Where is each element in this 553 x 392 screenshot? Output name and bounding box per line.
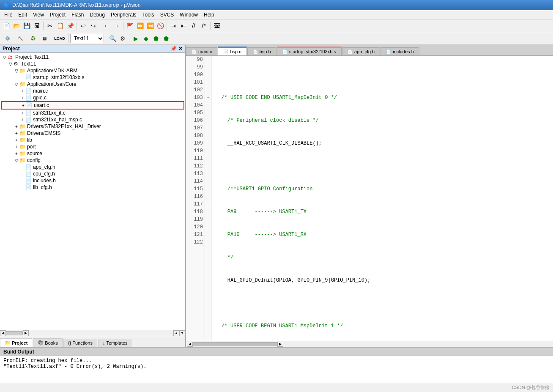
expand-icon[interactable]: + xyxy=(14,145,19,149)
nav-fwd-btn[interactable]: → xyxy=(112,21,121,30)
tree-item-libcfgh[interactable]: 📄 lib_cfg.h xyxy=(1,184,184,191)
build-all-btn[interactable]: ⚙️ xyxy=(2,33,14,44)
tab-functions[interactable]: {} Functions xyxy=(63,339,97,347)
bookmark-btn[interactable]: 🚩 xyxy=(125,21,134,30)
code-content[interactable]: /* USER CODE END USART1_MspDeInit 0 */ /… xyxy=(212,56,553,341)
tree-item-appcfgh[interactable]: 📄 app_cfg.h xyxy=(1,164,184,170)
expand-icon[interactable]: ▽ xyxy=(2,55,8,60)
hscroll-thumb[interactable] xyxy=(193,342,277,346)
run-btn[interactable]: ▶ xyxy=(131,34,140,43)
menu-svcs[interactable]: SVCS xyxy=(158,11,177,19)
copy-btn[interactable]: 📋 xyxy=(55,21,65,30)
save-btn[interactable]: 💾 xyxy=(22,21,31,30)
tree-item-port[interactable]: + 📁 port xyxy=(1,143,184,150)
scroll-thumb[interactable] xyxy=(6,331,23,335)
tree-item-appusercore[interactable]: ▽ 📁 Application/User/Core xyxy=(1,81,184,88)
tree-item-stm32halmsp[interactable]: + 📄 stm32f1xx_hal_msp.c xyxy=(1,116,184,123)
menu-window[interactable]: Window xyxy=(177,11,200,19)
load-btn[interactable]: LOAD xyxy=(53,34,66,43)
stop-btn[interactable]: ◆ xyxy=(141,34,151,43)
menu-flash[interactable]: Flash xyxy=(69,11,86,19)
pin-icon[interactable]: 📌 xyxy=(170,46,177,52)
image-btn[interactable]: 🖼 xyxy=(212,21,222,30)
hscroll-right-btn[interactable]: ▶ xyxy=(277,342,283,347)
tree-item-text11[interactable]: ▽ ⚙ Text11 xyxy=(1,60,184,67)
tree-item-source[interactable]: + 📁 source xyxy=(1,150,184,157)
hscroll-left-btn[interactable]: ◀ xyxy=(187,342,193,347)
comment-btn[interactable]: // xyxy=(189,21,198,30)
bm-next-btn[interactable]: ⏩ xyxy=(135,21,145,30)
close-panel-icon[interactable]: ✕ xyxy=(178,46,183,52)
tab-books[interactable]: 📚 Books xyxy=(33,338,63,347)
debug-settings-btn[interactable]: ⚙ xyxy=(118,34,127,43)
menu-file[interactable]: File xyxy=(2,11,15,19)
tab-templates[interactable]: ↓ Templates xyxy=(98,339,132,347)
menu-view[interactable]: View xyxy=(30,11,47,19)
tree-item-startup[interactable]: 📄 startup_stm32f103xb.s xyxy=(1,74,184,81)
save-all-btn[interactable]: 🖫 xyxy=(32,21,41,30)
scroll-left-btn[interactable]: ◀ xyxy=(0,330,6,336)
cut-btn[interactable]: ✂ xyxy=(45,21,55,30)
menu-peripherals[interactable]: Peripherals xyxy=(108,11,139,19)
rebuild-btn[interactable]: ♻️ xyxy=(27,33,39,44)
tree-item-gpioc[interactable]: + 📄 gpio.c xyxy=(1,94,184,101)
tab-project[interactable]: 📁 Project xyxy=(0,338,32,347)
run2-btn[interactable]: ⬟ xyxy=(151,34,161,43)
expand-icon[interactable]: ▽ xyxy=(14,82,19,87)
uncomment-btn[interactable]: /* xyxy=(199,21,208,30)
menu-tools[interactable]: Tools xyxy=(140,11,157,19)
scroll-up-btn[interactable]: ▲ xyxy=(173,330,179,336)
new-file-btn[interactable]: 📄 xyxy=(2,21,11,30)
tree-item-project[interactable]: ▽ 🗂 Project: Text11 xyxy=(1,54,184,60)
expand-icon[interactable]: + xyxy=(19,118,25,122)
batch-build-btn[interactable]: ▦ xyxy=(40,34,49,43)
menu-help[interactable]: Help xyxy=(201,11,217,19)
nav-back-btn[interactable]: ← xyxy=(102,21,111,30)
file-tab-appcfg[interactable]: 📄 app_cfg.h xyxy=(342,47,380,55)
open-btn[interactable]: 📂 xyxy=(12,21,21,30)
tree-item-config[interactable]: ▽ 📁 config xyxy=(1,157,184,164)
unindent-btn[interactable]: ⇤ xyxy=(179,21,188,30)
undo-btn[interactable]: ↩ xyxy=(79,21,88,30)
redo-btn[interactable]: ↪ xyxy=(89,21,98,30)
file-tab-bspc[interactable]: 📄 bsp.c xyxy=(218,47,246,56)
expand-icon[interactable]: + xyxy=(14,138,19,143)
expand-icon[interactable]: ▽ xyxy=(14,158,19,163)
expand-icon[interactable]: + xyxy=(14,151,19,156)
expand-icon[interactable]: ▽ xyxy=(14,69,19,73)
file-tab-mainc[interactable]: 📄 main.c xyxy=(186,47,217,55)
file-tab-startup[interactable]: 📄 startup_stm32f103xb.s xyxy=(277,47,342,55)
menu-debug[interactable]: Debug xyxy=(88,11,107,19)
expand-117[interactable]: − xyxy=(205,200,211,208)
target-selector[interactable]: Text11 xyxy=(70,34,104,43)
expand-icon[interactable]: + xyxy=(19,111,25,115)
tree-item-appmdkarm[interactable]: ▽ 📁 Application/MDK-ARM xyxy=(1,67,184,74)
expand-icon[interactable]: ▽ xyxy=(8,62,14,66)
tree-item-lib[interactable]: + 📁 lib xyxy=(1,137,184,143)
bm-prev-btn[interactable]: ⏪ xyxy=(145,21,155,30)
expand-icon[interactable]: + xyxy=(14,124,19,129)
bm-clear-btn[interactable]: 🚫 xyxy=(156,21,165,30)
run3-btn[interactable]: ⬟ xyxy=(162,34,171,43)
build-output-content[interactable]: FromELF: creating hex file... "Text11\Te… xyxy=(0,356,553,371)
tree-item-cpucfgh[interactable]: 📄 cpu_cfg.h xyxy=(1,170,184,177)
scroll-down-btn[interactable]: ▼ xyxy=(179,330,185,336)
scroll-right-btn[interactable]: ▶ xyxy=(23,330,29,336)
menu-project[interactable]: Project xyxy=(47,11,68,19)
expand-icon[interactable]: + xyxy=(19,89,25,93)
tree-item-drivershal[interactable]: + 📁 Drivers/STM32F1xx_HAL_Driver xyxy=(1,123,184,130)
indent-btn[interactable]: ⇥ xyxy=(169,21,178,30)
paste-btn[interactable]: 📌 xyxy=(66,21,75,30)
file-tab-bsph[interactable]: 📄 bsp.h xyxy=(247,47,276,55)
expand-icon[interactable]: + xyxy=(20,103,26,108)
debug-btn[interactable]: 🔍 xyxy=(108,34,117,43)
menu-edit[interactable]: Edit xyxy=(16,11,30,19)
tree-item-stm32it[interactable]: + 📄 stm32f1xx_it.c xyxy=(1,110,184,116)
expand-icon[interactable]: + xyxy=(14,131,19,136)
expand-103[interactable]: − xyxy=(205,94,211,101)
build-btn[interactable]: 🔨 xyxy=(14,33,26,44)
tree-item-mainc[interactable]: + 📄 main.c xyxy=(1,88,184,94)
tree-item-driverscmsis[interactable]: + 📁 Drivers/CMSIS xyxy=(1,130,184,137)
file-tab-includes[interactable]: 📄 includes.h xyxy=(381,47,419,55)
tree-item-includesh[interactable]: 📄 includes.h xyxy=(1,177,184,184)
